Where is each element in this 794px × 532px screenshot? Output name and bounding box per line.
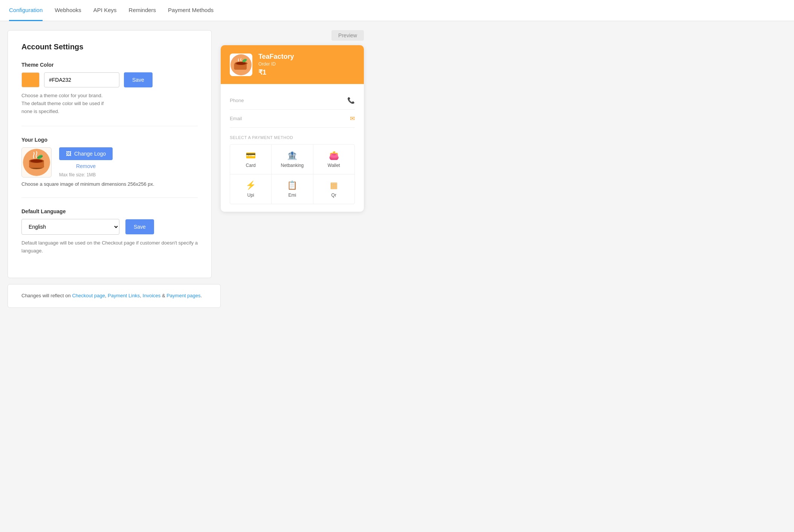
preview-label: Preview: [331, 30, 364, 41]
file-hint: Max file size: 1MB: [59, 172, 113, 177]
preview-label-wrap: Preview: [221, 30, 364, 41]
preview-brand-name: TeaFactory: [258, 53, 294, 61]
remove-logo-button[interactable]: Remove: [59, 163, 113, 169]
netbanking-label: Netbanking: [281, 163, 304, 168]
payment-links-link[interactable]: Payment Links: [108, 293, 140, 298]
preview-order-label: Order ID: [258, 61, 294, 67]
change-logo-button[interactable]: 🖼 Change Logo: [59, 147, 113, 160]
email-row: Email ✉: [230, 110, 355, 128]
theme-color-label: Theme Color: [21, 62, 198, 68]
payment-section-label: SELECT A PAYMENT METHOD: [230, 135, 355, 140]
logo-preview: [21, 147, 52, 177]
nav-item-api-keys[interactable]: API Keys: [93, 0, 117, 21]
logo-section: Your Logo: [21, 137, 198, 187]
email-icon: ✉: [350, 115, 355, 122]
logo-desc: Choose a square image of minimum dimensi…: [21, 181, 198, 187]
payment-option-wallet[interactable]: 👛 Wallet: [313, 145, 354, 174]
payment-option-netbanking[interactable]: 🏦 Netbanking: [272, 145, 313, 174]
checkout-page-link[interactable]: Checkout page: [72, 293, 105, 298]
phone-row: Phone 📞: [230, 92, 355, 110]
qr-label: Qr: [331, 193, 336, 198]
theme-color-section: Theme Color Save Choose a theme color fo…: [21, 62, 198, 115]
logo-actions: 🖼 Change Logo Remove Max file size: 1MB: [59, 147, 113, 177]
phone-label: Phone: [230, 98, 244, 103]
wallet-label: Wallet: [328, 163, 340, 168]
color-row: Save: [21, 72, 198, 87]
payment-grid: 💳 Card 🏦 Netbanking 👛 Wallet ⚡ Upi: [230, 144, 355, 204]
payment-option-qr[interactable]: ▦ Qr: [313, 174, 354, 204]
netbanking-icon: 🏦: [287, 151, 297, 161]
qr-icon: ▦: [330, 180, 338, 190]
lang-row: English Hindi Tamil Telugu Kannada Save: [21, 219, 198, 235]
logo-label: Your Logo: [21, 137, 198, 143]
language-save-button[interactable]: Save: [125, 219, 154, 234]
preview-brand-info: TeaFactory Order ID ₹1: [258, 53, 294, 76]
svg-point-10: [236, 62, 246, 64]
language-section: Default Language English Hindi Tamil Tel…: [21, 208, 198, 255]
emi-icon: 📋: [287, 180, 297, 190]
main-content: Account Settings Theme Color Save Choose…: [0, 21, 505, 317]
card-icon: 💳: [246, 151, 256, 161]
nav-item-payment-methods[interactable]: Payment Methods: [168, 0, 214, 21]
upi-label: Upi: [247, 193, 254, 198]
language-select[interactable]: English Hindi Tamil Telugu Kannada: [21, 219, 119, 235]
preview-logo: [230, 54, 252, 76]
nav-item-configuration[interactable]: Configuration: [9, 0, 43, 21]
image-icon: 🖼: [66, 151, 71, 157]
payment-option-emi[interactable]: 📋 Emi: [272, 174, 313, 204]
nav-item-reminders[interactable]: Reminders: [129, 0, 156, 21]
settings-panel: Account Settings Theme Color Save Choose…: [8, 30, 221, 308]
emi-label: Emi: [289, 193, 296, 198]
settings-form: Account Settings Theme Color Save Choose…: [8, 30, 212, 278]
email-label: Email: [230, 116, 242, 121]
language-label: Default Language: [21, 208, 198, 214]
preview-amount: ₹1: [258, 68, 294, 76]
preview-card: TeaFactory Order ID ₹1 Phone 📞 Email ✉ S…: [221, 45, 364, 212]
preview-body: Phone 📞 Email ✉ SELECT A PAYMENT METHOD …: [221, 84, 364, 212]
upi-icon: ⚡: [246, 180, 256, 190]
theme-color-hint: Choose a theme color for your brand. The…: [21, 92, 198, 115]
logo-row: 🖼 Change Logo Remove Max file size: 1MB: [21, 147, 198, 177]
wallet-icon: 👛: [329, 151, 339, 161]
payment-pages-link[interactable]: Payment pages: [166, 293, 200, 298]
payment-option-upi[interactable]: ⚡ Upi: [230, 174, 271, 204]
theme-save-button[interactable]: Save: [124, 72, 153, 87]
card-label: Card: [246, 163, 256, 168]
payment-option-card[interactable]: 💳 Card: [230, 145, 271, 174]
preview-header: TeaFactory Order ID ₹1: [221, 45, 364, 84]
nav-bar: Configuration Webhooks API Keys Reminder…: [0, 0, 794, 21]
color-swatch[interactable]: [21, 72, 40, 87]
language-hint: Default language will be used on the Che…: [21, 239, 198, 255]
footer-note: Changes will reflect on Checkout page, P…: [8, 284, 221, 308]
invoices-link[interactable]: Invoices: [143, 293, 161, 298]
preview-panel: Preview TeaFactory: [221, 30, 364, 308]
svg-point-4: [31, 159, 43, 163]
phone-icon: 📞: [347, 97, 355, 104]
nav-item-webhooks[interactable]: Webhooks: [55, 0, 81, 21]
color-input[interactable]: [44, 72, 119, 87]
settings-title: Account Settings: [21, 43, 198, 51]
